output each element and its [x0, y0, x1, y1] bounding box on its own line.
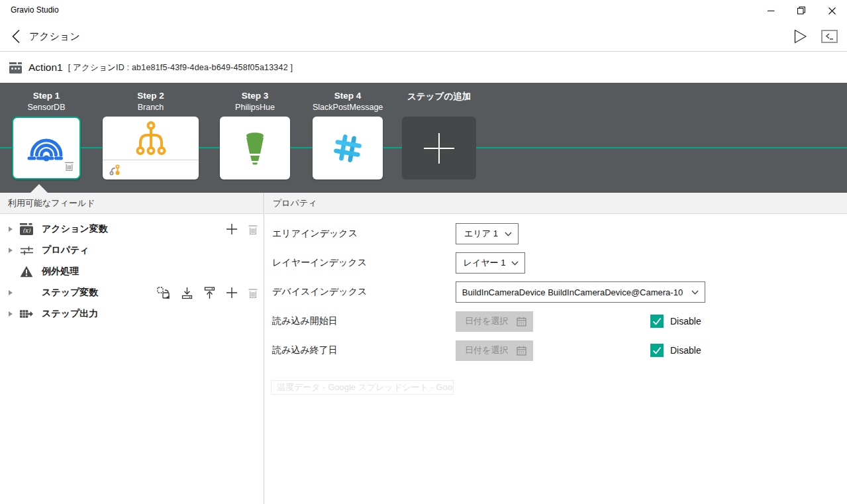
start-date-disable-group: Disable [650, 315, 701, 328]
step-1-sensordb: Step 1 SensorDB [12, 83, 81, 112]
layer-index-dropdown[interactable]: レイヤー 1 [456, 252, 525, 274]
expander-icon[interactable] [9, 289, 14, 296]
navbar: アクション [0, 21, 847, 52]
variable-box-icon: (x) [20, 223, 33, 235]
close-icon [828, 7, 836, 15]
branch-card-substep[interactable] [103, 160, 199, 179]
fields-panel-header: 利用可能なフィールド [0, 193, 264, 214]
prop-row-read-end-date: 読み込み終了日 日付を選択 Disable [265, 340, 847, 361]
transfer-icon [157, 287, 171, 299]
step-name: SensorDB [12, 103, 81, 112]
end-date-disable-group: Disable [650, 344, 701, 357]
step-2-branch: Step 2 Branch [103, 83, 199, 112]
disable-checkbox[interactable] [650, 315, 664, 328]
slack-hash-icon [332, 133, 363, 164]
step-3-philipshue: Step 3 PhilipsHue [220, 83, 290, 112]
selected-step-pointer [30, 184, 48, 193]
close-button[interactable] [817, 0, 847, 21]
step-name: PhilipsHue [220, 103, 290, 112]
expander-icon[interactable] [9, 226, 14, 232]
action-grid-icon [9, 62, 22, 74]
prop-row-area-index: エリアインデックス エリア 1 [265, 223, 847, 244]
properties-panel: プロパティ エリアインデックス エリア 1 レイヤーインデックス レイヤー 1 [265, 193, 847, 504]
expander-icon[interactable] [9, 311, 14, 317]
checkbox-label: Disable [670, 345, 701, 356]
step-4-slackpostmessage: Step 4 SlackPostMessage [313, 83, 383, 112]
delete-step-button[interactable] [64, 160, 74, 174]
add-step-variable-button[interactable] [226, 287, 238, 299]
trash-icon [248, 223, 258, 235]
trash-icon [64, 160, 74, 172]
prop-row-device-index: デバイスインデックス BuildInCameraDevice BuildInCa… [265, 281, 847, 303]
date-placeholder: 日付を選択 [465, 315, 508, 327]
delete-step-variable-button[interactable] [248, 287, 258, 299]
branch-icon [136, 121, 166, 156]
step-label: Step 3 [220, 91, 290, 101]
step-card-branch[interactable] [103, 117, 199, 179]
prop-row-read-start-date: 読み込み開始日 日付を選択 Disable [265, 311, 847, 332]
tree-row-action-variables[interactable]: (x) アクション変数 [0, 219, 264, 240]
start-date-picker[interactable]: 日付を選択 [456, 311, 533, 332]
add-step-group: ステップの追加 [402, 83, 476, 103]
end-date-picker[interactable]: 日付を選択 [456, 340, 533, 361]
field-label: レイヤーインデックス [265, 257, 456, 269]
chevron-down-icon [505, 232, 512, 236]
svg-text:(x): (x) [23, 227, 30, 234]
check-icon [652, 317, 662, 325]
tree-row-properties[interactable]: プロパティ [0, 240, 264, 261]
device-index-dropdown[interactable]: BuildInCameraDevice BuildInCameraDevice@… [456, 281, 705, 303]
console-log-button[interactable] [821, 30, 838, 43]
action-header: Action1 [ アクションID : ab1e81f5-43f9-4dea-b… [0, 52, 847, 83]
add-step-label: ステップの追加 [402, 91, 476, 103]
tree-label: プロパティ [42, 244, 89, 256]
back-button[interactable] [11, 29, 22, 44]
disable-checkbox[interactable] [650, 344, 664, 357]
restore-icon [797, 7, 805, 15]
sensor-db-icon [27, 133, 66, 164]
action-id: [ アクションID : ab1e81f5-43f9-4dea-b649-458f… [68, 62, 293, 74]
step-card-sensordb[interactable] [12, 117, 81, 179]
step-output-icon [20, 309, 33, 319]
field-label: エリアインデックス [265, 228, 456, 240]
delete-variable-button[interactable] [248, 223, 258, 235]
step-name: SlackPostMessage [313, 103, 383, 112]
tree-row-step-output[interactable]: ステップ出力 [0, 303, 264, 325]
expander-icon[interactable] [9, 247, 14, 254]
available-fields-panel: 利用可能なフィールド (x) アクション変数 [0, 193, 264, 504]
step-card-slackpostmessage[interactable] [313, 117, 383, 179]
add-step-button[interactable] [402, 117, 476, 179]
tree-label: アクション変数 [42, 223, 108, 235]
add-variable-button[interactable] [226, 223, 238, 235]
content: 利用可能なフィールド (x) アクション変数 [0, 193, 847, 504]
ghost-window-title: 温度データ - Google スプレッドシート - Google Chrome [271, 380, 454, 395]
date-placeholder: 日付を選択 [465, 344, 508, 356]
warning-triangle-icon [20, 266, 33, 277]
export-variables-button[interactable] [203, 287, 216, 299]
trash-icon [248, 287, 258, 299]
step-label: Step 1 [12, 91, 81, 101]
transfer-variables-button[interactable] [157, 287, 171, 299]
plus-icon [226, 287, 238, 299]
area-index-dropdown[interactable]: エリア 1 [456, 223, 519, 244]
run-action-button[interactable] [794, 29, 807, 44]
mini-branch-icon [109, 164, 121, 176]
upload-icon [203, 287, 216, 299]
sliders-icon [20, 246, 33, 256]
properties-form: エリアインデックス エリア 1 レイヤーインデックス レイヤー 1 デバイスイン… [265, 214, 847, 361]
step-name: Branch [103, 103, 199, 112]
import-variables-button[interactable] [181, 287, 193, 299]
calendar-icon [517, 346, 526, 356]
tree-row-step-variables[interactable]: ステップ変数 [0, 282, 264, 303]
steps-strip: Step 1 SensorDB Step 2 Branch [0, 83, 847, 193]
step-card-philipshue[interactable] [220, 117, 290, 179]
restore-button[interactable] [786, 0, 817, 21]
tree-row-exception-handling[interactable]: 例外処理 [0, 261, 264, 282]
chevron-down-icon [511, 261, 519, 266]
minimize-button[interactable] [756, 0, 786, 21]
titlebar: Gravio Studio [0, 0, 847, 21]
field-label: 読み込み終了日 [265, 344, 456, 356]
action-name: Action1 [28, 62, 63, 74]
back-chevron-icon [11, 29, 21, 44]
checkbox-label: Disable [670, 316, 701, 327]
chevron-down-icon [691, 290, 699, 295]
